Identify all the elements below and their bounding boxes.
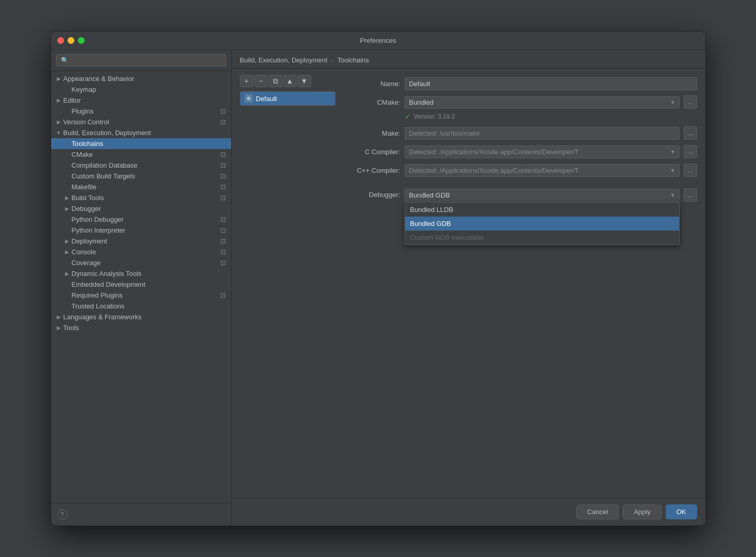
- sidebar-item-python-debugger[interactable]: Python Debugger ⊡: [51, 214, 231, 225]
- ok-button[interactable]: OK: [666, 504, 697, 519]
- sidebar-item-editor[interactable]: ▶ Editor: [51, 95, 231, 106]
- cpp-compiler-browse-button[interactable]: …: [684, 163, 697, 177]
- sidebar-item-label: Coverage: [72, 259, 220, 267]
- panel-body: + − ⧉ ▲ ▼ ⚙ Default: [232, 69, 705, 498]
- chevron-icon: [63, 259, 71, 267]
- toolchain-list-pane: + − ⧉ ▲ ▼ ⚙ Default: [240, 75, 335, 492]
- breadcrumb-separator: ›: [331, 56, 333, 64]
- chevron-icon: ▶: [55, 314, 62, 321]
- toolchain-list: ⚙ Default: [240, 91, 335, 106]
- sidebar-item-build-tools[interactable]: ▶ Build Tools ⊡: [51, 192, 231, 203]
- sidebar-item-deployment[interactable]: ▶ Deployment ⊡: [51, 236, 231, 247]
- sidebar-item-keymap[interactable]: Keymap: [51, 84, 231, 95]
- bottom-bar: Cancel Apply OK: [232, 498, 705, 526]
- sidebar-item-console[interactable]: ▶ Console ⊡: [51, 247, 231, 257]
- c-compiler-label: C Compiler:: [344, 148, 400, 156]
- chevron-icon: ▶: [63, 194, 71, 202]
- sidebar-item-trusted-locations[interactable]: Trusted Locations: [51, 301, 231, 312]
- sidebar-item-dynamic-analysis[interactable]: ▶ Dynamic Analysis Tools: [51, 268, 231, 279]
- chevron-icon: [63, 108, 71, 115]
- minimize-button[interactable]: [68, 37, 74, 44]
- sidebar-item-tools[interactable]: ▶ Tools: [51, 322, 231, 333]
- c-compiler-input[interactable]: [405, 145, 680, 158]
- maximize-button[interactable]: [78, 37, 85, 44]
- preferences-window: Preferences ▶ Appearance & Behavior Keym…: [51, 31, 706, 526]
- chevron-icon: [63, 303, 71, 310]
- sidebar-item-version-control[interactable]: ▶ Version Control ⊡: [51, 117, 231, 127]
- external-icon: ⊡: [220, 162, 227, 169]
- name-label: Name:: [344, 80, 400, 88]
- make-select-wrapper: [405, 127, 680, 140]
- help-button[interactable]: ?: [57, 510, 68, 520]
- apply-button[interactable]: Apply: [623, 504, 662, 519]
- copy-toolchain-button[interactable]: ⧉: [269, 75, 282, 87]
- sidebar-item-plugins[interactable]: Plugins ⊡: [51, 106, 231, 117]
- cmake-select[interactable]: Bundled: [405, 96, 680, 109]
- titlebar: Preferences: [51, 31, 705, 50]
- sidebar-item-coverage[interactable]: Coverage ⊡: [51, 257, 231, 268]
- chevron-icon: ▶: [63, 249, 71, 256]
- form-area: Name: CMake: Bundled ▼ …: [344, 75, 697, 492]
- debugger-option-bundled-lldb[interactable]: Bundled LLDB: [405, 203, 679, 217]
- chevron-icon: [63, 216, 71, 223]
- chevron-icon: [63, 162, 71, 169]
- window-title: Preferences: [360, 37, 396, 44]
- debugger-select-wrapper: Bundled GDB ▼: [405, 189, 680, 202]
- external-icon: ⊡: [220, 216, 227, 223]
- cpp-compiler-row: C++ Compiler: ▼ …: [344, 161, 697, 179]
- search-bar: [51, 50, 231, 71]
- sidebar-item-label: Version Control: [63, 118, 220, 126]
- add-toolchain-button[interactable]: +: [240, 75, 253, 87]
- sidebar-item-build-exec[interactable]: ▼ Build, Execution, Deployment: [51, 127, 231, 138]
- sidebar-item-custom-build[interactable]: Custom Build Targets ⊡: [51, 171, 231, 182]
- debugger-option-bundled-gdb[interactable]: Bundled GDB: [405, 217, 679, 231]
- chevron-icon: ▶: [63, 270, 71, 277]
- external-icon: ⊡: [220, 292, 227, 299]
- external-icon: ⊡: [220, 194, 227, 202]
- cmake-select-wrapper: Bundled ▼: [405, 96, 680, 109]
- chevron-icon: ▶: [55, 97, 62, 104]
- cancel-button[interactable]: Cancel: [576, 504, 619, 519]
- sidebar-bottom: ?: [51, 503, 231, 526]
- make-browse-button[interactable]: …: [684, 126, 697, 140]
- move-down-button[interactable]: ▼: [298, 75, 311, 87]
- sidebar-item-label: Tools: [63, 324, 227, 332]
- debugger-select-display[interactable]: Bundled GDB: [405, 189, 680, 202]
- name-input[interactable]: [405, 77, 697, 90]
- sidebar-item-cmake[interactable]: CMake ⊡: [51, 149, 231, 160]
- sidebar-item-label: Python Debugger: [72, 216, 220, 223]
- close-button[interactable]: [57, 37, 64, 44]
- sidebar-item-label: Build, Execution, Deployment: [63, 129, 227, 137]
- remove-toolchain-button[interactable]: −: [254, 75, 268, 87]
- chevron-icon: ▶: [63, 238, 71, 245]
- move-up-button[interactable]: ▲: [283, 75, 297, 87]
- c-compiler-browse-button[interactable]: …: [684, 145, 697, 158]
- c-compiler-row: C Compiler: ▼ …: [344, 142, 697, 161]
- window-controls: [57, 37, 85, 44]
- sidebar-item-label: Console: [72, 248, 220, 256]
- sidebar: ▶ Appearance & Behavior Keymap ▶ Editor …: [51, 50, 232, 526]
- sidebar-item-appearance[interactable]: ▶ Appearance & Behavior: [51, 73, 231, 84]
- sidebar-item-compilation-db[interactable]: Compilation Database ⊡: [51, 160, 231, 171]
- sidebar-item-label: Makefile: [72, 183, 220, 191]
- debugger-browse-button[interactable]: …: [684, 188, 697, 202]
- sidebar-item-label: Appearance & Behavior: [63, 75, 227, 83]
- cmake-browse-button[interactable]: …: [684, 95, 697, 109]
- toolchain-item-default[interactable]: ⚙ Default: [240, 92, 335, 105]
- make-input[interactable]: [405, 127, 680, 140]
- sidebar-item-label: CMake: [72, 151, 220, 158]
- debugger-row: Debugger: Bundled GDB ▼ …: [344, 186, 697, 204]
- sidebar-item-debugger[interactable]: ▶ Debugger: [51, 203, 231, 214]
- sidebar-item-toolchains[interactable]: Toolchains: [51, 138, 231, 149]
- sidebar-item-languages[interactable]: ▶ Languages & Frameworks: [51, 312, 231, 322]
- debugger-dropdown-container: Bundled GDB ▼ … Bundled LLDB Bundled GDB: [405, 188, 697, 202]
- cpp-compiler-input[interactable]: [405, 164, 680, 177]
- cpp-compiler-label: C++ Compiler:: [344, 167, 400, 174]
- sidebar-item-makefile[interactable]: Makefile ⊡: [51, 182, 231, 192]
- sidebar-item-embedded-dev[interactable]: Embedded Development: [51, 279, 231, 290]
- search-input[interactable]: [56, 54, 226, 67]
- toolchain-item-label: Default: [256, 95, 277, 103]
- sidebar-item-python-interpreter[interactable]: Python Interpreter ⊡: [51, 225, 231, 236]
- sidebar-item-label: Compilation Database: [72, 161, 220, 169]
- sidebar-item-required-plugins[interactable]: Required Plugins ⊡: [51, 290, 231, 301]
